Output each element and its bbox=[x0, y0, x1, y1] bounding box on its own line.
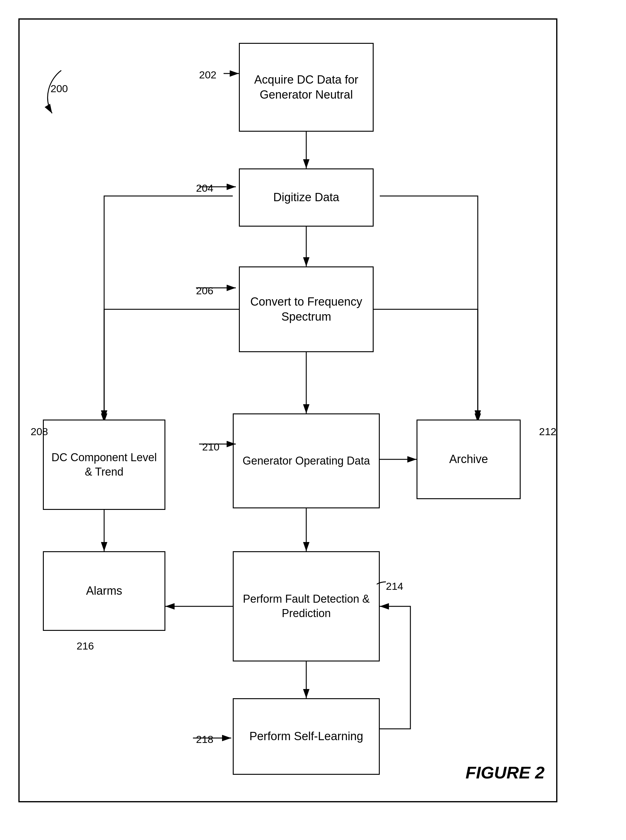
fault-detect-box: Perform Fault Detection & Prediction bbox=[233, 551, 380, 662]
acquire-box: Acquire DC Data for Generator Neutral bbox=[239, 43, 374, 132]
ref-212: 212 bbox=[539, 425, 557, 438]
ref-200: 200 bbox=[50, 83, 68, 95]
digitize-box: Digitize Data bbox=[239, 169, 374, 227]
ref-204: 204 bbox=[196, 182, 213, 194]
ref-218: 218 bbox=[196, 734, 213, 745]
dc-component-box: DC Component Level & Trend bbox=[43, 419, 165, 510]
ref-216: 216 bbox=[77, 640, 94, 652]
ref-206: 206 bbox=[196, 285, 213, 297]
ref-210: 210 bbox=[202, 441, 219, 453]
ref-202: 202 bbox=[199, 69, 216, 81]
self-learning-box: Perform Self-Learning bbox=[233, 698, 380, 775]
ref-208: 208 bbox=[31, 425, 48, 438]
figure-label: FIGURE 2 bbox=[465, 763, 545, 782]
generator-op-box: Generator Operating Data bbox=[233, 413, 380, 508]
page: Acquire DC Data for Generator Neutral Di… bbox=[0, 0, 626, 840]
archive-box: Archive bbox=[416, 419, 521, 499]
diagram-border bbox=[18, 18, 557, 802]
alarms-box: Alarms bbox=[43, 551, 165, 631]
ref-214: 214 bbox=[386, 580, 403, 592]
convert-box: Convert to Frequency Spectrum bbox=[239, 266, 374, 352]
